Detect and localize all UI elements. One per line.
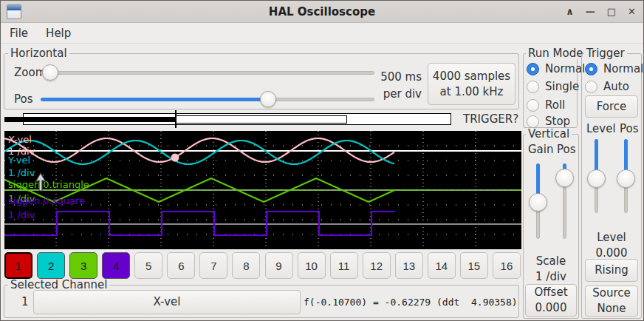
run-mode-stop-label: Stop xyxy=(545,115,570,128)
vertical-pos-slider-thumb[interactable] xyxy=(555,169,574,187)
run-mode-normal-label: Normal xyxy=(545,62,585,75)
timebase-value: 500 ms xyxy=(374,69,422,86)
radio-roll-icon[interactable] xyxy=(527,99,539,112)
radio-normal-icon[interactable] xyxy=(527,63,539,75)
titlebar: HAL Oscilloscope ∧ — □ ✕ xyxy=(1,1,643,23)
offset-value: 0.000 xyxy=(535,300,567,316)
channel-button-11[interactable]: 11 xyxy=(330,252,358,279)
channel-button-8[interactable]: 8 xyxy=(232,252,260,279)
channel-button-7[interactable]: 7 xyxy=(199,252,227,279)
radio-trigger-normal-icon[interactable] xyxy=(585,63,597,75)
run-mode-single[interactable]: Single xyxy=(527,80,579,93)
trigger-source-button[interactable]: Source None xyxy=(585,285,638,317)
channel-label-y-vel: Y-vel xyxy=(8,155,30,166)
vertical-pos-label: Pos xyxy=(557,143,576,156)
scale-value: 1 /div xyxy=(523,269,579,285)
trigger-source-value: None xyxy=(597,301,626,317)
horizontal-group-label: Horizontal xyxy=(8,47,69,59)
zoom-slider-thumb[interactable] xyxy=(42,64,58,81)
shade-icon[interactable]: ∧ xyxy=(566,1,574,23)
channel-button-13[interactable]: 13 xyxy=(395,252,423,279)
probe-readout: f(-0.10700) = -0.62279 (ddt 4.90358) xyxy=(304,297,518,308)
channel-button-1[interactable]: 1 xyxy=(4,252,32,279)
channel-button-5[interactable]: 5 xyxy=(134,252,162,279)
samples-line2: at 1.00 kHz xyxy=(440,84,504,100)
zoom-slider-track[interactable] xyxy=(41,71,374,75)
window-title: HAL Oscilloscope xyxy=(1,5,643,18)
radio-stop-icon[interactable] xyxy=(527,115,539,128)
run-mode-stop[interactable]: Stop xyxy=(527,115,570,128)
samples-button[interactable]: 4000 samples at 1.00 kHz xyxy=(428,63,515,105)
pos-label: Pos xyxy=(14,92,33,106)
trigger-edge-button[interactable]: Rising xyxy=(585,259,638,282)
selected-channel-group-label: Selected Channel xyxy=(8,279,109,291)
run-mode-roll-label: Roll xyxy=(545,98,565,112)
channel-button-2[interactable]: 2 xyxy=(37,252,65,279)
maximize-icon[interactable]: □ xyxy=(607,1,616,23)
gain-label: Gain xyxy=(528,143,554,156)
menu-file[interactable]: File xyxy=(1,24,37,43)
scope-canvas[interactable] xyxy=(4,131,521,249)
menubar: File Help xyxy=(1,24,643,44)
display-window-box xyxy=(176,115,347,124)
timebase-unit: per div xyxy=(374,86,422,103)
trigger-level-label: Level xyxy=(586,122,616,135)
trigger-status-label: TRIGGER? xyxy=(463,112,518,126)
run-mode-roll[interactable]: Roll xyxy=(527,98,565,112)
trigger-pos-slider[interactable] xyxy=(617,139,636,213)
channel-button-15[interactable]: 15 xyxy=(460,252,488,279)
trigger-pos-label: Pos xyxy=(620,122,639,135)
pretrigger-bar xyxy=(4,117,177,122)
channel-source-label: X-vel xyxy=(154,294,181,310)
channel-button-10[interactable]: 10 xyxy=(298,252,326,279)
channel-label-triangle: siggen.0.triangle xyxy=(8,180,89,190)
trigger-level-readout: Level 0.000 xyxy=(581,230,642,261)
channel-button-6[interactable]: 6 xyxy=(167,252,195,279)
channel-button-12[interactable]: 12 xyxy=(363,252,391,279)
selected-channel-number: 1 xyxy=(21,295,29,308)
probe-dot[interactable] xyxy=(171,154,179,162)
radio-single-icon[interactable] xyxy=(527,81,539,93)
trigger-position-marker[interactable] xyxy=(175,110,177,128)
channel-label-square: siggen.0.square xyxy=(8,196,85,206)
radio-trigger-auto-icon[interactable] xyxy=(585,81,597,93)
trigger-mode-normal[interactable]: Normal xyxy=(585,62,643,75)
run-mode-normal[interactable]: Normal xyxy=(527,62,585,75)
menu-help[interactable]: Help xyxy=(37,24,80,43)
channel-label-x-vel: X-vel xyxy=(8,135,32,145)
mouse-cursor-icon xyxy=(33,172,48,193)
channel-button-16[interactable]: 16 xyxy=(493,252,521,279)
scale-readout: Scale 1 /div xyxy=(523,254,579,285)
trigger-mode-auto[interactable]: Auto xyxy=(585,80,629,93)
trigger-pos-slider-thumb[interactable] xyxy=(617,169,635,188)
trigger-normal-label: Normal xyxy=(603,62,643,75)
channel-scale-y-vel: 1 /div xyxy=(8,168,35,178)
trigger-auto-label: Auto xyxy=(603,80,629,93)
vertical-pos-slider[interactable] xyxy=(555,163,575,239)
channel-button-4[interactable]: 4 xyxy=(102,252,130,279)
channel-source-button[interactable]: X-vel xyxy=(33,290,301,314)
channel-button-row: 12345678910111213141516 xyxy=(4,252,521,279)
horizontal-pos-slider-fill xyxy=(41,98,268,101)
channel-button-9[interactable]: 9 xyxy=(265,252,293,279)
horizontal-pos-slider[interactable] xyxy=(41,91,374,107)
horizontal-pos-slider-thumb[interactable] xyxy=(260,91,276,107)
trigger-source-caption: Source xyxy=(592,285,631,301)
scope-display[interactable]: X-vel 1 /div Y-vel 1 /div siggen.0.trian… xyxy=(4,131,521,249)
zoom-slider[interactable] xyxy=(41,64,374,81)
run-mode-single-label: Single xyxy=(545,80,579,93)
scale-caption: Scale xyxy=(523,254,579,269)
offset-button[interactable]: Offset 0.000 xyxy=(525,284,577,317)
gain-slider-thumb[interactable] xyxy=(529,193,547,212)
close-icon[interactable]: ✕ xyxy=(628,1,636,23)
gain-slider[interactable] xyxy=(529,163,548,239)
trigger-level-slider-thumb[interactable] xyxy=(587,169,606,188)
channel-button-3[interactable]: 3 xyxy=(69,252,97,279)
timebase-readout: 500 ms per div xyxy=(374,69,422,103)
offset-caption: Offset xyxy=(534,285,567,300)
channel-button-14[interactable]: 14 xyxy=(428,252,456,279)
force-button[interactable]: Force xyxy=(585,95,638,118)
app-window: HAL Oscilloscope ∧ — □ ✕ File Help Horiz… xyxy=(0,0,644,321)
trigger-level-slider[interactable] xyxy=(587,139,606,213)
minimize-icon[interactable]: — xyxy=(586,1,595,23)
